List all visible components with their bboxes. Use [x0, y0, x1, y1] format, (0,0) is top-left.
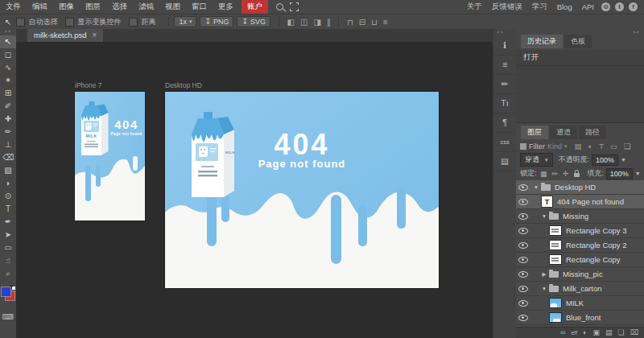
tab-channels[interactable]: 通道 [550, 126, 577, 139]
tool-zoom[interactable]: ⌕ [0, 267, 16, 280]
tool-path-select[interactable]: ➤ [0, 229, 16, 241]
visibility-toggle[interactable] [516, 315, 530, 321]
link-learn[interactable]: 学习 [527, 2, 552, 12]
distances-checkbox[interactable]: 距离 [129, 17, 155, 27]
visibility-toggle[interactable] [516, 271, 530, 278]
document-tab[interactable]: milk-sketch.psd × [27, 28, 103, 42]
blend-mode-dropdown[interactable]: 穿透 ▾ [520, 153, 553, 167]
visibility-toggle[interactable] [516, 184, 530, 191]
tool-pen[interactable]: ✒ [0, 216, 16, 229]
effects-icon[interactable]: eff [571, 328, 577, 338]
show-transform-checkbox[interactable]: 显示变换控件 [65, 17, 121, 27]
lock-all-icon[interactable] [574, 173, 580, 177]
mask-icon[interactable]: ▣ [593, 328, 601, 338]
layer-row-missing-pic-group[interactable]: ▶ Missing_pic [516, 267, 644, 282]
menu-item-select[interactable]: 选择 [106, 2, 133, 12]
expand-arrow-icon[interactable]: ▼ [540, 286, 548, 291]
tab-swatches[interactable]: 色板 [564, 35, 592, 48]
character-panel-icon[interactable]: Tı [493, 94, 516, 113]
align-top-icon[interactable]: ⊓ [347, 18, 353, 27]
image-assets-panel-icon[interactable]: ▤ [493, 152, 516, 171]
filter-adjustment-layers-icon[interactable]: ◐ [588, 142, 593, 150]
tool-dodge[interactable]: ⊙ [0, 190, 16, 203]
search-icon[interactable] [276, 3, 283, 10]
tool-magic-wand[interactable]: ✶ [0, 74, 16, 87]
color-swatches[interactable] [1, 286, 15, 301]
link-icon[interactable]: ∞ [560, 328, 565, 338]
layer-row-milk[interactable]: MILK [516, 296, 644, 311]
menu-item-image[interactable]: 图像 [53, 2, 80, 12]
canvas-area[interactable]: iPhone 7 Desktop HD [16, 42, 493, 338]
layer-row-rectangle-copy[interactable]: Rectangle Copy [516, 253, 644, 267]
opacity-value[interactable]: 100% [592, 155, 618, 166]
delete-icon[interactable]: ⌧ [630, 328, 638, 338]
tool-shape[interactable]: ▭ [0, 241, 16, 254]
expand-arrow-icon[interactable]: ▼ [540, 213, 548, 219]
account-button[interactable]: 账户 [242, 0, 268, 14]
menu-item-file[interactable]: 文件 [0, 2, 27, 12]
tool-clone-stamp[interactable]: ⊥ [0, 138, 16, 151]
tool-hand[interactable]: ☝ [0, 254, 16, 267]
export-svg-button[interactable]: ↧SVG [237, 16, 270, 27]
properties-panel-icon[interactable]: ℹ [493, 36, 516, 56]
lock-pixels-icon[interactable]: ✏ [552, 170, 559, 178]
link-report-bug[interactable]: 反馈错误 [487, 2, 527, 12]
align-middle-vertical-icon[interactable]: ⊟ [359, 18, 365, 27]
tool-marquee-select[interactable]: ◻ [0, 48, 16, 61]
foreground-color-swatch[interactable] [1, 286, 11, 297]
align-right-icon[interactable]: ◨ [313, 18, 320, 27]
menu-item-view[interactable]: 视图 [159, 2, 186, 12]
filter-smart-objects-icon[interactable]: ❏ [624, 142, 631, 150]
tool-settings-panel-icon[interactable]: ≡ [493, 56, 516, 75]
layer-row-rectangle-copy-2[interactable]: Rectangle Copy 2 [516, 238, 644, 253]
panel-collapse-icon[interactable]: >< [633, 30, 640, 35]
facebook-icon[interactable]: f [629, 2, 638, 11]
fullscreen-icon[interactable] [290, 2, 299, 11]
visibility-toggle[interactable] [516, 242, 530, 249]
new-group-icon[interactable]: ▤ [605, 328, 613, 338]
menu-item-filter[interactable]: 滤镜 [133, 2, 159, 12]
artboard-label-desktop[interactable]: Desktop HD [165, 81, 202, 89]
layer-row-missing-group[interactable]: ▼ Missing [516, 209, 644, 224]
tab-layers[interactable]: 图层 [521, 126, 548, 139]
artboard-iphone-7[interactable]: MILK 404 Page not found [75, 92, 145, 221]
link-api[interactable]: API [577, 2, 599, 11]
visibility-toggle[interactable] [516, 228, 530, 234]
align-left-icon[interactable]: ◧ [287, 18, 295, 27]
artboard-label-iphone[interactable]: iPhone 7 [75, 81, 102, 89]
lock-position-icon[interactable]: ✛ [563, 170, 569, 178]
history-entry-open[interactable]: 打开 [516, 50, 644, 66]
tool-eraser[interactable]: ⌫ [0, 151, 16, 164]
export-png-button[interactable]: ↧PNG [200, 16, 233, 27]
tool-crop[interactable]: ⊞ [0, 87, 16, 100]
close-icon[interactable]: × [92, 31, 97, 39]
link-blog[interactable]: Blog [552, 2, 577, 11]
tool-gradient[interactable]: ▧ [0, 164, 16, 177]
menu-item-window[interactable]: 窗口 [186, 2, 213, 12]
filter-pixel-layers-icon[interactable]: ▤ [575, 142, 582, 150]
link-about[interactable]: 关于 [462, 2, 487, 12]
tab-history[interactable]: 历史记录 [521, 35, 563, 48]
visibility-toggle[interactable] [516, 257, 530, 263]
menu-item-more[interactable]: 更多 [213, 2, 239, 12]
distribute-vertical-icon[interactable]: ≡ [383, 18, 388, 27]
align-center-horizontal-icon[interactable]: ◫ [300, 18, 308, 27]
menu-item-edit[interactable]: 编辑 [27, 2, 53, 12]
rail-collapse-icon[interactable]: <> [493, 28, 504, 36]
filter-shape-layers-icon[interactable]: ▭ [610, 142, 617, 150]
align-bottom-icon[interactable]: ⊔ [371, 18, 378, 27]
css-panel-icon[interactable]: css [493, 133, 516, 152]
toolbar-collapse-icon[interactable]: >< [4, 28, 11, 35]
paragraph-panel-icon[interactable]: ¶ [493, 113, 516, 133]
tool-brush[interactable]: ✏ [0, 126, 16, 138]
tool-eyedropper[interactable]: ✐ [0, 100, 16, 113]
tool-lasso[interactable]: ∿ [0, 61, 16, 74]
distribute-horizontal-icon[interactable]: ∥ [327, 18, 331, 27]
tool-healing-brush[interactable]: ✚ [0, 113, 16, 126]
layer-row-rectangle-copy-3[interactable]: Rectangle Copy 3 [516, 224, 644, 238]
lock-transparency-icon[interactable]: ▦ [540, 170, 547, 178]
fill-value[interactable]: 100% [606, 168, 633, 179]
expand-arrow-icon[interactable]: ▶ [540, 271, 548, 278]
tool-type[interactable]: T [0, 203, 16, 216]
brush-settings-panel-icon[interactable]: ✏ [493, 75, 516, 94]
